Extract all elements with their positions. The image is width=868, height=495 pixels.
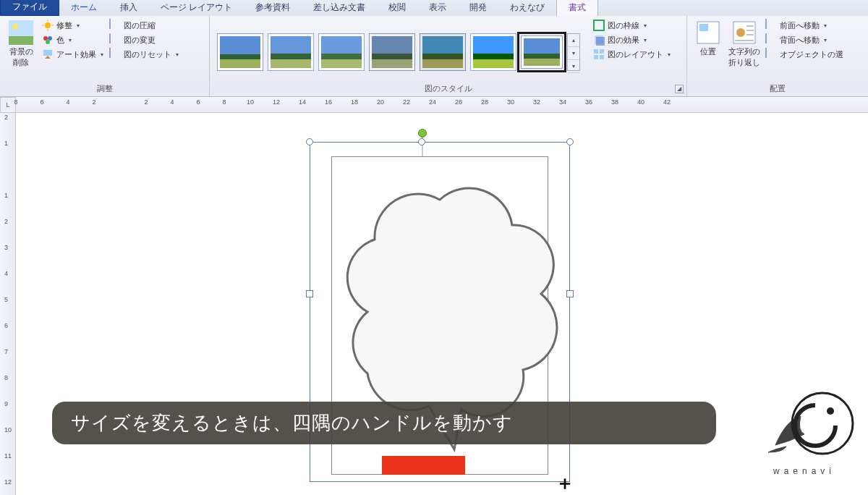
scroll-down-icon: ▾	[568, 47, 579, 60]
group-picture-styles: ▴▾▾ 図の枠線 図の効果 図のレイアウト 図のスタイル ◢	[210, 16, 687, 96]
change-picture-button[interactable]: 図の変更	[108, 33, 180, 46]
menu-tabs: ファイル ホーム 挿入 ページ レイアウト 参考資料 差し込み文書 校閲 表示 …	[0, 0, 868, 16]
color-label: 色	[56, 35, 64, 46]
rotation-handle[interactable]	[418, 129, 427, 138]
style-thumb-3[interactable]	[318, 33, 365, 71]
tab-developer[interactable]: 開発	[458, 0, 498, 16]
style-thumb-4[interactable]	[369, 33, 415, 71]
tab-waenavi[interactable]: わえなび	[498, 0, 556, 16]
tab-view[interactable]: 表示	[417, 0, 458, 16]
artistic-label: アート効果	[56, 49, 96, 60]
waenavi-logo: waenavi	[754, 384, 855, 476]
compress-icon	[109, 20, 121, 31]
border-icon	[593, 20, 605, 31]
send-backward-label: 背面へ移動	[780, 35, 820, 46]
resize-cursor-icon: ＋	[556, 470, 574, 495]
wrap-label: 文字列の 折り返し	[728, 46, 760, 68]
highlight-bar	[382, 456, 465, 475]
style-thumb-7-selected[interactable]	[521, 35, 563, 69]
tutorial-caption: サイズを変えるときは、四隅のハンドルを動かす	[52, 402, 716, 444]
svg-rect-16	[600, 49, 604, 54]
waenavi-logo-text: waenavi	[754, 466, 855, 476]
compress-label: 図の圧縮	[124, 20, 156, 31]
style-gallery: ▴▾▾	[214, 19, 583, 82]
svg-point-2	[12, 24, 18, 30]
bring-forward-icon	[765, 20, 777, 31]
remove-background-label: 背景の 削除	[9, 46, 33, 68]
vertical-ruler[interactable]: 211234567891011121314	[0, 113, 16, 495]
change-label: 図の変更	[124, 35, 156, 46]
svg-rect-17	[594, 55, 598, 59]
ribbon: 背景の 削除 修整 色 アート効果 図の圧縮 図の変更 図のリセット 調整	[0, 16, 868, 97]
horizontal-ruler[interactable]: 8642246810121416182022242628303234363840…	[16, 97, 868, 113]
group-styles-label: 図のスタイル	[214, 82, 682, 96]
svg-rect-12	[594, 20, 604, 30]
tab-home[interactable]: ホーム	[59, 0, 109, 16]
send-backward-icon	[765, 34, 777, 46]
svg-rect-18	[600, 55, 604, 59]
compress-picture-button[interactable]: 図の圧縮	[108, 19, 180, 32]
resize-handle-e[interactable]	[566, 290, 574, 297]
picture-effects-button[interactable]: 図の効果	[592, 33, 672, 46]
picture-layout-label: 図のレイアウト	[608, 49, 663, 60]
picture-layout-button[interactable]: 図のレイアウト	[592, 48, 672, 61]
svg-point-22	[736, 28, 745, 37]
position-icon	[696, 20, 720, 45]
picture-border-label: 図の枠線	[608, 20, 639, 31]
bring-forward-button[interactable]: 前面へ移動	[764, 19, 845, 32]
tab-insert[interactable]: 挿入	[109, 0, 149, 16]
svg-rect-1	[9, 36, 33, 45]
send-backward-button[interactable]: 背面へ移動	[764, 33, 845, 46]
selection-pane-icon	[765, 48, 777, 60]
style-thumb-2[interactable]	[268, 33, 314, 71]
color-button[interactable]: 色	[41, 33, 105, 46]
tab-pagelayout[interactable]: ページ レイアウト	[149, 0, 244, 16]
layout-icon	[593, 48, 605, 60]
svg-rect-11	[43, 50, 52, 56]
resize-handle-nw[interactable]	[306, 138, 313, 145]
resize-handle-ne[interactable]	[566, 138, 574, 145]
svg-rect-15	[594, 49, 598, 54]
svg-point-29	[827, 407, 834, 415]
styles-dialog-launcher[interactable]: ◢	[675, 85, 684, 93]
resize-handle-w[interactable]	[306, 290, 313, 297]
bring-forward-label: 前面へ移動	[780, 20, 820, 31]
picture-border-button[interactable]: 図の枠線	[592, 19, 672, 32]
svg-point-8	[43, 36, 48, 41]
group-adjust-label: 調整	[4, 82, 205, 96]
sun-icon	[42, 20, 54, 31]
position-label: 位置	[700, 46, 716, 57]
position-button[interactable]: 位置	[692, 19, 725, 82]
selection-pane-button[interactable]: オブジェクトの選	[764, 48, 845, 61]
reset-icon	[109, 48, 121, 60]
tab-mailings[interactable]: 差し込み文書	[302, 0, 377, 16]
tab-review[interactable]: 校閲	[377, 0, 417, 16]
resize-handle-n[interactable]	[418, 138, 425, 145]
text-wrap-button[interactable]: 文字列の 折り返し	[728, 19, 761, 82]
waenavi-logo-icon	[754, 384, 855, 463]
style-thumb-1[interactable]	[217, 33, 263, 71]
scroll-up-icon: ▴	[568, 34, 579, 47]
style-thumb-5[interactable]	[420, 33, 466, 71]
remove-background-icon	[9, 20, 33, 45]
reset-picture-button[interactable]: 図のリセット	[108, 48, 180, 61]
svg-rect-14	[596, 37, 605, 46]
style-gallery-more[interactable]: ▴▾▾	[567, 33, 580, 71]
svg-point-9	[48, 36, 52, 41]
remove-background-button[interactable]: 背景の 削除	[4, 19, 38, 82]
corrections-button[interactable]: 修整	[41, 19, 105, 32]
expand-gallery-icon: ▾	[568, 60, 579, 73]
brush-icon	[42, 48, 54, 60]
effects-icon	[593, 34, 605, 46]
corrections-label: 修整	[56, 20, 72, 31]
tab-references[interactable]: 参考資料	[244, 0, 302, 16]
artistic-effects-button[interactable]: アート効果	[41, 48, 105, 61]
selection-pane-label: オブジェクトの選	[780, 49, 843, 60]
tab-format[interactable]: 書式	[556, 0, 598, 16]
svg-point-3	[45, 22, 51, 28]
style-thumb-6[interactable]	[470, 33, 516, 71]
svg-rect-20	[699, 24, 708, 31]
reset-label: 図のリセット	[124, 49, 171, 60]
tab-file[interactable]: ファイル	[0, 0, 59, 16]
group-adjust: 背景の 削除 修整 色 アート効果 図の圧縮 図の変更 図のリセット 調整	[0, 16, 210, 96]
